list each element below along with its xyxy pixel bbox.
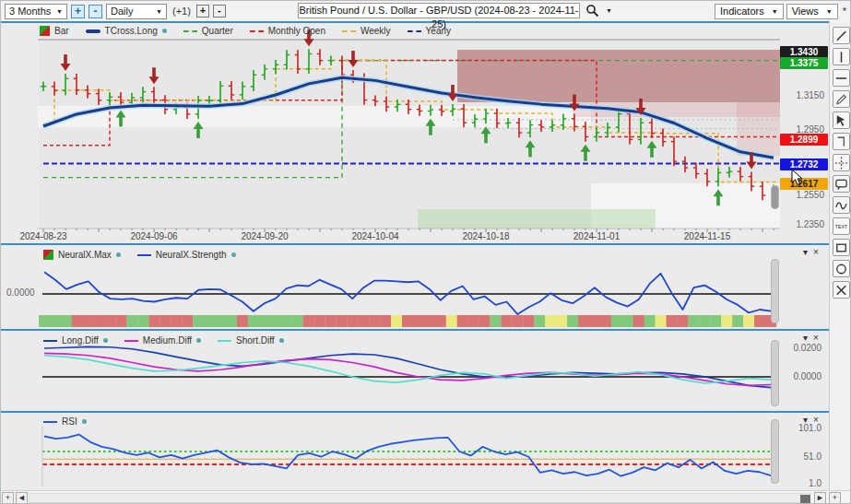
- scroll-right-arrow[interactable]: ►: [814, 492, 826, 504]
- legend-item-neuralx-strength[interactable]: NeuralX.Strength: [137, 250, 236, 260]
- scroll-add-left-button[interactable]: +: [2, 492, 14, 504]
- legend-swatch-icon: [342, 30, 356, 32]
- legend-label: Short.Diff: [236, 335, 275, 346]
- main-chart-legend: BarTCross.LongQuarterMonthly OpenWeeklyY…: [40, 26, 451, 36]
- date-tick-2024-10-18: 2024-10-18: [462, 231, 509, 241]
- collapse-panel-icon[interactable]: ▾: [803, 333, 808, 343]
- info-dot-icon[interactable]: [116, 252, 121, 257]
- legend-swatch-icon: [137, 254, 151, 256]
- legend-item-rsi[interactable]: RSI: [43, 416, 87, 427]
- legend-swatch-icon: [43, 340, 57, 342]
- scrollbar-thumb[interactable]: [800, 495, 810, 503]
- tool-trendline-button[interactable]: [833, 27, 850, 44]
- diff-vertical-scrollbar[interactable]: [771, 340, 779, 406]
- info-dot-icon[interactable]: [231, 252, 236, 257]
- indicators-button[interactable]: Indicators ▼: [715, 4, 784, 19]
- date-tick-2024-10-04: 2024-10-04: [351, 231, 398, 241]
- legend-label: NeuralX.Max: [58, 250, 112, 260]
- views-label: Views: [792, 6, 819, 17]
- panel-separator: [1, 411, 851, 413]
- tool-wave-button[interactable]: [833, 196, 850, 214]
- tool-callout-button[interactable]: [833, 175, 850, 193]
- legend-item-bar[interactable]: Bar: [40, 26, 69, 36]
- close-panel-icon[interactable]: ×: [813, 333, 819, 343]
- period-select[interactable]: Daily ▼: [106, 4, 167, 19]
- tool-vertical-line-button[interactable]: [833, 48, 850, 65]
- tool-rectangle-button[interactable]: [833, 239, 850, 256]
- tool-horizontal-line-button[interactable]: [833, 69, 850, 87]
- legend-label: NeuralX.Strength: [156, 250, 227, 260]
- panel-separator: [1, 21, 851, 23]
- pencil-icon: [833, 91, 849, 108]
- info-dot-icon[interactable]: [103, 338, 108, 343]
- tool-delete-button[interactable]: [833, 281, 850, 299]
- legend-item-medium-diff[interactable]: Medium.Diff: [124, 335, 201, 346]
- bar-remove-button[interactable]: -: [213, 5, 226, 18]
- price-label-1.2899: 1.2899: [780, 134, 828, 146]
- tool-text-button[interactable]: TEXT: [833, 217, 850, 235]
- scroll-add-right-button[interactable]: +: [829, 492, 841, 504]
- info-dot-icon[interactable]: [279, 338, 284, 343]
- legend-swatch-icon: [250, 30, 264, 32]
- views-button[interactable]: Views ▼: [786, 4, 838, 19]
- collapse-panel-icon[interactable]: ▾: [803, 415, 808, 425]
- pointer-flag-icon: [833, 112, 849, 129]
- legend-item-quarter[interactable]: Quarter: [183, 26, 233, 36]
- legend-item-tcross-long[interactable]: TCross.Long: [86, 26, 167, 36]
- neuralx-vertical-scrollbar[interactable]: [771, 259, 779, 323]
- period-value: Daily: [111, 6, 133, 17]
- legend-label: TCross.Long: [105, 26, 158, 36]
- chevron-down-icon: ▼: [772, 8, 778, 15]
- ellipse-icon: [833, 261, 849, 277]
- zoom-out-button[interactable]: -: [89, 5, 102, 18]
- rsi-vertical-scrollbar[interactable]: [771, 419, 779, 484]
- tool-elbow-line-button[interactable]: [833, 133, 850, 150]
- top-toolbar: 3 Months ▼ + - Daily ▼ (+1) + - British …: [1, 1, 851, 21]
- legend-item-monthly-open[interactable]: Monthly Open: [250, 26, 325, 36]
- legend-swatch-icon: [183, 30, 197, 32]
- trendline-icon: [833, 28, 849, 44]
- main-chart-canvas[interactable]: [1, 21, 829, 243]
- collapse-panel-icon[interactable]: ▾: [803, 247, 808, 257]
- neuralx-zero-label: 0.0000: [6, 287, 35, 298]
- search-icon[interactable]: [585, 4, 599, 18]
- info-dot-icon[interactable]: [196, 338, 201, 343]
- scroll-left-arrow[interactable]: ◄: [16, 492, 28, 504]
- legend-item-short-diff[interactable]: Short.Diff: [218, 335, 284, 346]
- svg-text:TEXT: TEXT: [834, 224, 847, 229]
- time-range-value: 3 Months: [9, 6, 51, 17]
- rectangle-icon: [833, 240, 849, 256]
- rsi-legend: RSI: [43, 416, 87, 427]
- toolbar-right-group: Indicators ▼ Views ▼ *: [715, 4, 848, 19]
- price-label-1.3375: 1.3375: [780, 57, 828, 69]
- scrollbar-track[interactable]: [29, 493, 810, 503]
- main-chart-vertical-scrollbar[interactable]: [771, 185, 779, 209]
- info-dot-icon[interactable]: [82, 419, 87, 424]
- time-range-select[interactable]: 3 Months ▼: [5, 4, 67, 19]
- symbol-search[interactable]: ▼: [585, 4, 612, 18]
- bar-add-button[interactable]: +: [196, 5, 209, 18]
- tool-ellipse-button[interactable]: [833, 260, 850, 277]
- tool-crosshair-button[interactable]: [833, 154, 850, 171]
- legend-swatch-icon: [124, 340, 138, 342]
- tool-pencil-button[interactable]: [833, 90, 850, 108]
- date-tick-2024-11-15: 2024-11-15: [684, 231, 730, 241]
- rsi-axis-label-51.0: 51.0: [780, 451, 821, 462]
- rsi-axis-label-1.0: 1.0: [780, 478, 821, 488]
- rsi-canvas[interactable]: [1, 413, 829, 490]
- legend-item-weekly[interactable]: Weekly: [342, 26, 391, 36]
- zoom-in-button[interactable]: +: [71, 5, 85, 18]
- modified-indicator: *: [843, 6, 846, 17]
- legend-item-neuralx-max[interactable]: NeuralX.Max: [43, 250, 121, 260]
- close-panel-icon[interactable]: ×: [813, 247, 819, 257]
- tool-pointer-flag-button[interactable]: [833, 111, 850, 129]
- legend-swatch-icon: [43, 250, 53, 260]
- text-icon: TEXT: [833, 218, 849, 235]
- legend-label: Medium.Diff: [143, 335, 192, 346]
- legend-item-long-diff[interactable]: Long.Diff: [43, 335, 108, 346]
- close-panel-icon[interactable]: ×: [813, 415, 819, 425]
- mouse-cursor: [791, 170, 806, 186]
- crosshair-icon: [833, 155, 849, 171]
- info-dot-icon[interactable]: [162, 29, 167, 33]
- chevron-down-icon[interactable]: ▼: [606, 7, 612, 14]
